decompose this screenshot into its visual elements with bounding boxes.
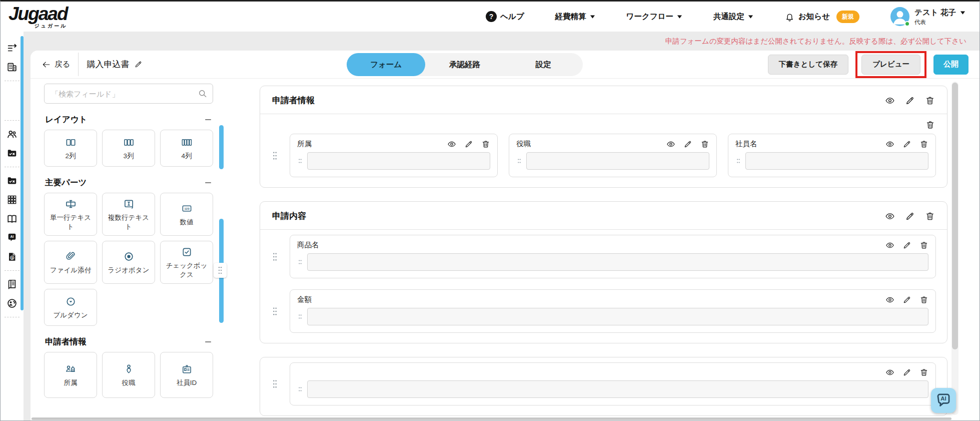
delete-icon[interactable] [925, 211, 935, 221]
nav-menu-1[interactable]: ワークフロー [626, 12, 682, 22]
visibility-icon[interactable] [885, 140, 894, 149]
edit-icon[interactable] [905, 211, 915, 221]
delete-icon[interactable] [919, 140, 928, 149]
palette-search-input[interactable] [44, 84, 213, 104]
row-drop-indicator [219, 125, 224, 169]
field-text-input[interactable] [307, 152, 490, 170]
edit-icon[interactable] [683, 140, 692, 149]
help-menu[interactable]: ? ヘルプ [486, 11, 524, 22]
back-button[interactable]: 戻る [42, 59, 70, 70]
view-tabs: フォーム承認経路設定 [347, 53, 583, 76]
edit-title-icon[interactable] [134, 60, 143, 69]
palette-item-multi-line-text[interactable]: 複数行テキスト [102, 193, 155, 236]
delete-icon[interactable] [919, 368, 928, 377]
canvas-horizontal-scrollbar[interactable] [32, 417, 951, 420]
brand-logo-subtext: ジュガール [9, 24, 68, 29]
field-text-input[interactable] [526, 152, 709, 170]
drag4-icon[interactable] [297, 258, 303, 266]
delete-icon[interactable] [919, 295, 928, 304]
field-text-input[interactable] [307, 380, 928, 398]
palette-item-employee-id[interactable]: 社員ID [160, 352, 213, 398]
delete-icon[interactable] [700, 140, 709, 149]
drag6-icon[interactable] [271, 251, 279, 262]
canvas-vertical-scrollbar[interactable] [951, 82, 958, 415]
preview-button[interactable]: プレビュー [861, 55, 920, 75]
form-builder-panel: 戻る 購入申込書 フォーム承認経路設定 下書きとして保存 プレビュー 公開 [31, 51, 979, 421]
delete-icon[interactable] [925, 96, 935, 106]
ai-assistant-button[interactable]: AI [931, 388, 956, 413]
palette-item-label: チェックボックス [163, 261, 210, 279]
palette-item-position[interactable]: 役職 [102, 352, 155, 398]
field-text-input[interactable] [745, 152, 928, 170]
tab-2[interactable]: 設定 [504, 53, 583, 76]
brand-logo[interactable]: Jugaad ジュガール [9, 5, 68, 29]
nav-menu-0[interactable]: 経費精算 [555, 12, 595, 22]
edit-icon[interactable] [902, 295, 911, 304]
palette-item-checkbox[interactable]: チェックボックス [160, 241, 213, 284]
edit-icon[interactable] [464, 140, 473, 149]
drag4-icon[interactable] [516, 157, 522, 165]
palette-sections: レイアウト2列3列4列主要パーツ単一行テキスト複数行テキスト123数値ファイル添… [44, 114, 213, 398]
drag4-icon[interactable] [297, 385, 303, 393]
minus-icon[interactable] [204, 179, 212, 187]
drag6-icon[interactable] [271, 378, 279, 389]
minus-icon[interactable] [204, 338, 212, 346]
palette-item-columns-2[interactable]: 2列 [44, 130, 97, 167]
sidebar-scrollbar-thumb[interactable] [21, 36, 24, 310]
builder-toolbar: 戻る 購入申込書 フォーム承認経路設定 下書きとして保存 プレビュー 公開 [31, 51, 979, 79]
palette-item-single-line-text[interactable]: 単一行テキスト [44, 193, 97, 236]
visibility-icon[interactable] [885, 211, 895, 221]
save-draft-button[interactable]: 下書きとして保存 [768, 55, 848, 75]
palette-item-columns-3[interactable]: 3列 [102, 130, 155, 167]
field-text-input[interactable] [307, 253, 928, 271]
publish-button[interactable]: 公開 [933, 55, 968, 75]
tab-1[interactable]: 承認経路 [425, 53, 504, 76]
field-card: 金額 [290, 289, 936, 333]
field-label: 役職 [516, 139, 531, 149]
visibility-icon[interactable] [885, 295, 894, 304]
minus-icon[interactable] [204, 116, 212, 124]
palette-item-pulldown[interactable]: プルダウン [44, 289, 97, 326]
visibility-icon[interactable] [447, 140, 456, 149]
drag6-icon[interactable] [271, 306, 279, 317]
pulldown-icon [65, 296, 77, 307]
delete-icon[interactable] [481, 140, 490, 149]
edit-icon[interactable] [902, 368, 911, 377]
field-text-input[interactable] [307, 308, 928, 325]
field-label: 所属 [297, 139, 312, 149]
form-section: 申請者情報所属役職社員名 [260, 86, 947, 188]
palette-item-number[interactable]: 123数値 [160, 193, 213, 236]
attachment-icon [65, 251, 77, 262]
palette-item-department[interactable]: 所属 [44, 352, 97, 398]
field-card: 商品名 [290, 235, 936, 278]
row-actions [271, 119, 936, 134]
visibility-icon[interactable] [885, 368, 894, 377]
delete-icon[interactable] [925, 120, 935, 130]
palette-item-label: プルダウン [53, 311, 88, 320]
drag6-icon[interactable] [271, 150, 279, 161]
edit-icon[interactable] [902, 241, 911, 250]
user-menu[interactable]: テスト 花子 代表 [890, 7, 965, 26]
back-label: 戻る [55, 59, 70, 70]
notifications-button[interactable]: お知らせ 新規 [784, 11, 859, 23]
palette-item-columns-4[interactable]: 4列 [160, 130, 213, 167]
visibility-icon[interactable] [885, 241, 894, 250]
nav-menu-2[interactable]: 共通設定 [713, 12, 753, 22]
row-drag-handle[interactable] [214, 263, 227, 278]
palette-item-label: 3列 [123, 152, 134, 161]
visibility-icon[interactable] [885, 96, 895, 106]
palette-item-radio[interactable]: ラジオボタン [102, 241, 155, 284]
delete-icon[interactable] [919, 241, 928, 250]
drag4-icon[interactable] [297, 157, 303, 165]
edit-icon[interactable] [902, 140, 911, 149]
single-line-text-icon [65, 198, 77, 210]
scrollbar-thumb[interactable] [952, 83, 958, 349]
drag4-icon[interactable] [297, 312, 303, 321]
tab-0[interactable]: フォーム [347, 53, 425, 76]
edit-icon[interactable] [905, 96, 915, 106]
visibility-icon[interactable] [666, 140, 675, 149]
drag4-icon[interactable] [735, 157, 741, 165]
palette-item-attachment[interactable]: ファイル添付 [44, 241, 97, 284]
sidebar-divider [5, 81, 20, 81]
brand-logo-text: Jugaad [9, 5, 68, 23]
